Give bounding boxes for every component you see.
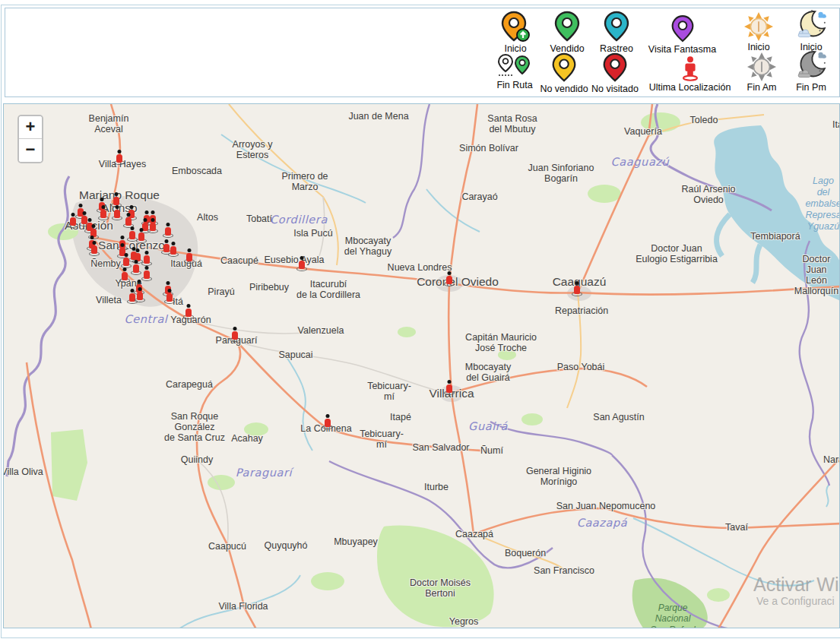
location-marker[interactable] xyxy=(147,218,159,233)
location-marker[interactable] xyxy=(141,266,153,281)
zoom-in-button[interactable]: + xyxy=(19,116,42,139)
map-canvas[interactable] xyxy=(4,104,840,628)
location-marker[interactable] xyxy=(443,271,455,286)
location-marker[interactable] xyxy=(113,150,125,165)
place-label: Primero de Marzo xyxy=(281,171,328,192)
zoom-out-button[interactable]: − xyxy=(19,139,42,162)
place-label: Mbocayaty del Yhaguy xyxy=(344,236,391,257)
location-marker[interactable] xyxy=(119,267,131,283)
marker-head xyxy=(188,248,192,252)
place-label: Benjamín Aceval xyxy=(89,113,129,134)
marker-head xyxy=(136,248,140,252)
location-marker[interactable] xyxy=(88,241,100,256)
marker-head xyxy=(145,266,149,270)
place-label: Doctor Juan Eulogio Estigarribia xyxy=(636,243,718,264)
legend-item-ultima-localizacion: Ultima Localización xyxy=(642,55,737,93)
legend-label: Inicio xyxy=(738,42,779,52)
place-label: Quyquyhó xyxy=(265,540,308,551)
location-marker[interactable] xyxy=(183,248,195,264)
place-label: San Salvador xyxy=(412,442,469,453)
location-marker[interactable] xyxy=(111,205,123,220)
marker-body xyxy=(138,233,144,241)
location-marker[interactable] xyxy=(167,242,179,257)
legend-item-visita-fantasma: Visita Fantasma xyxy=(642,14,722,55)
marker-body xyxy=(70,217,76,226)
place-label: Simón Bolívar xyxy=(459,143,518,153)
marker-body xyxy=(129,231,135,239)
minor-roads xyxy=(192,197,439,546)
legend-label: No visitado xyxy=(591,84,639,94)
marker-body xyxy=(186,253,192,261)
marker-head xyxy=(125,253,128,257)
location-marker[interactable] xyxy=(163,289,176,304)
location-marker[interactable] xyxy=(229,327,241,342)
place-label: San Roque González de Santa Cruz xyxy=(164,411,225,443)
place-label: Caazapá xyxy=(455,529,493,539)
not-visited-pin-icon xyxy=(591,52,639,83)
marker-head xyxy=(93,241,97,245)
marker-head xyxy=(92,224,96,228)
place-label: Itacurubí de la Cordillera xyxy=(296,279,360,300)
place-label: Carayaó xyxy=(461,191,497,202)
marker-body xyxy=(91,245,97,254)
marker-head xyxy=(233,327,237,331)
place-label: Tavaí xyxy=(725,522,748,533)
place-label: Vaquería xyxy=(624,126,662,137)
marker-body xyxy=(446,276,452,284)
place-label: San Agustín xyxy=(593,412,644,422)
location-marker[interactable] xyxy=(67,213,79,228)
place-label: Quiindy xyxy=(181,454,213,465)
location-marker[interactable] xyxy=(134,287,146,302)
place-label: Doctor Moisés Bertoni xyxy=(410,577,471,599)
marker-body xyxy=(133,264,139,273)
location-marker[interactable] xyxy=(182,304,195,319)
activation-watermark-line2: Ve a Configuraci xyxy=(756,595,835,607)
marker-body xyxy=(125,217,132,226)
marker-body xyxy=(113,197,119,205)
location-marker[interactable] xyxy=(135,228,147,243)
sun-gray-icon xyxy=(741,52,782,81)
legend-item-rastreo: Rastreo xyxy=(596,11,637,54)
marker-body xyxy=(116,154,122,163)
legend-item-fin-ruta: Fin Ruta xyxy=(492,54,537,90)
marker-head xyxy=(123,267,127,271)
marker-head xyxy=(172,242,176,245)
region-label: Caaguazú xyxy=(611,156,670,168)
location-marker[interactable] xyxy=(162,223,174,238)
marker-head xyxy=(121,243,125,247)
location-marker[interactable] xyxy=(122,213,135,228)
marker-head xyxy=(79,204,83,207)
marker-head xyxy=(448,271,452,275)
place-label: San Juan Nepomuceno xyxy=(556,501,656,511)
location-marker[interactable] xyxy=(443,380,455,395)
route-end-pins-icon xyxy=(492,54,537,79)
region-label: Guairá xyxy=(468,420,508,432)
location-marker[interactable] xyxy=(141,251,153,266)
legend-label: Inicio xyxy=(495,43,536,54)
location-marker[interactable] xyxy=(97,205,109,220)
marker-head xyxy=(127,213,131,217)
marker-head xyxy=(115,192,119,196)
marker-head xyxy=(448,380,452,384)
marker-head xyxy=(138,287,142,291)
place-label: Eusebio Ayala xyxy=(265,255,325,265)
place-label: Raúl Arsenio Oviedo xyxy=(682,184,736,205)
legend-label: No vendido xyxy=(540,84,588,94)
map[interactable]: Benjamín AcevalJuan de MenaSanta Rosa de… xyxy=(3,103,840,628)
marker-body xyxy=(185,308,192,317)
marker-body xyxy=(144,270,150,279)
place-label: Boquerón xyxy=(505,548,546,558)
route-start-pin-icon xyxy=(495,11,536,43)
location-marker[interactable] xyxy=(296,256,308,271)
place-label: Sapucai xyxy=(278,350,312,360)
place-label: Pirayú xyxy=(208,286,234,297)
place-label: Arroyos y Esteros xyxy=(233,139,273,160)
place-label: General Higinio Morínigo xyxy=(526,466,591,487)
legend-item-inicio-am: Inicio xyxy=(738,12,779,52)
marker-head xyxy=(326,414,330,418)
marker-body xyxy=(299,261,305,269)
place-label: Paso Yobái xyxy=(557,362,605,372)
location-marker[interactable] xyxy=(322,414,334,429)
location-marker[interactable] xyxy=(571,281,583,296)
marker-body xyxy=(446,384,452,393)
